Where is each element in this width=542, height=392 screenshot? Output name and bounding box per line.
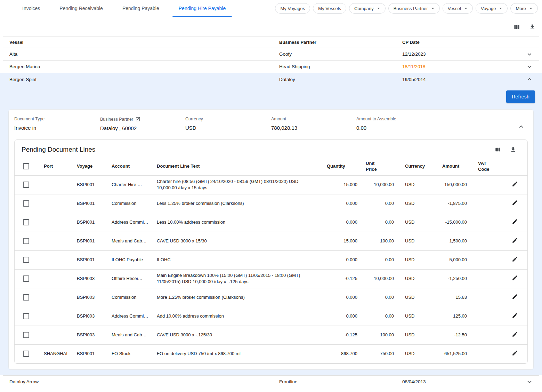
- col-quantity: Quantity: [323, 157, 362, 175]
- line-currency: USD: [398, 307, 438, 326]
- tab-invoices[interactable]: Invoices: [13, 0, 50, 17]
- collapse-card-icon[interactable]: [517, 123, 525, 130]
- filter-voyage[interactable]: Voyage: [476, 3, 508, 14]
- col-document-line-text: Document Line Text: [153, 157, 323, 175]
- vessel-row-dataloy-arrow[interactable]: Dataloy Arrow Frontline 08/04/2013: [3, 376, 539, 388]
- line-voyage: BSPI003: [73, 307, 107, 326]
- document-line-row[interactable]: BSPI001 Commission Less 1.25% broker com…: [15, 194, 527, 213]
- columns-icon[interactable]: [513, 24, 520, 30]
- edit-icon[interactable]: [512, 331, 518, 337]
- select-all-checkbox[interactable]: [23, 163, 29, 169]
- document-line-row[interactable]: BSPI001 Address Commi… Less 10.00% addre…: [15, 213, 527, 232]
- edit-icon[interactable]: [512, 256, 518, 262]
- line-voyage: BSPI001: [73, 232, 107, 250]
- tab-pending-payable[interactable]: Pending Payable: [113, 0, 169, 17]
- line-account: FO Stock: [107, 344, 153, 363]
- tab-pending-receivable[interactable]: Pending Receivable: [50, 0, 113, 17]
- line-vat-code: [471, 175, 502, 194]
- field-label: Currency: [185, 117, 271, 121]
- col-cp-date: CP Date: [402, 40, 520, 45]
- line-unit-price: 0.00: [362, 250, 398, 269]
- filter-company[interactable]: Company: [349, 3, 386, 14]
- line-currency: USD: [398, 213, 438, 232]
- table-toolbar: [0, 17, 542, 37]
- edit-icon[interactable]: [512, 275, 518, 281]
- vessel-row-bergen-spirit[interactable]: Bergen Spirit Dataloy 19/05/2014: [3, 73, 539, 86]
- line-quantity: 868.700: [323, 344, 362, 363]
- col-vat-code: VAT Code: [471, 157, 502, 175]
- vessel-row-bergen-marina[interactable]: Bergen Marina Head Shipping 18/11/2018: [3, 61, 539, 73]
- tab-pending-hire-payable[interactable]: Pending Hire Payable: [169, 0, 235, 17]
- download-icon[interactable]: [510, 146, 516, 153]
- line-quantity: 0.000: [323, 194, 362, 213]
- expand-row-icon[interactable]: [520, 378, 539, 386]
- row-checkbox[interactable]: [23, 351, 29, 357]
- row-checkbox[interactable]: [23, 313, 29, 319]
- open-in-new-icon[interactable]: [135, 117, 140, 122]
- filter-my-vessels[interactable]: My Vessels: [313, 3, 346, 14]
- field-value: 780,028.13: [271, 125, 356, 131]
- document-line-row[interactable]: BSPI003 Commission More 1.25% broker com…: [15, 288, 527, 307]
- document-line-row[interactable]: BSPI001 Meals and Cab… C/V/E USD 3000 x …: [15, 232, 527, 250]
- line-account: Meals and Cab…: [107, 232, 153, 250]
- line-amount: -1,875.00: [438, 194, 471, 213]
- document-line-row[interactable]: BSPI001 Charter Hire … Charter hire (08:…: [15, 175, 527, 194]
- line-account: Offhire Recei…: [107, 269, 153, 288]
- edit-icon[interactable]: [512, 312, 518, 319]
- line-vat-code: [471, 344, 502, 363]
- edit-icon[interactable]: [512, 218, 518, 225]
- refresh-button[interactable]: Refresh: [506, 90, 535, 103]
- line-unit-price: 0.00: [362, 288, 398, 307]
- columns-icon[interactable]: [495, 146, 501, 153]
- line-text: Less 1.25% broker commission (Clarksons): [153, 194, 323, 213]
- collapse-row-icon[interactable]: [520, 75, 539, 83]
- filter-vessel[interactable]: Vessel: [443, 3, 473, 14]
- edit-icon[interactable]: [512, 294, 518, 300]
- row-checkbox[interactable]: [23, 275, 29, 282]
- filter-more[interactable]: More: [510, 3, 538, 14]
- line-vat-code: [471, 307, 502, 326]
- line-quantity: 15.000: [323, 232, 362, 250]
- edit-icon[interactable]: [512, 350, 518, 356]
- field-business-partner: Business Partner Dataloy , 60002: [100, 117, 185, 131]
- row-checkbox[interactable]: [23, 182, 29, 188]
- vessel-table: Vessel Business Partner CP Date Alta Goo…: [3, 37, 539, 73]
- expand-row-icon[interactable]: [520, 63, 539, 71]
- filter-business-partner[interactable]: Business Partner: [388, 3, 440, 14]
- row-checkbox[interactable]: [23, 257, 29, 263]
- row-checkbox[interactable]: [23, 219, 29, 225]
- filter-my-voyages[interactable]: My Voyages: [275, 3, 310, 14]
- line-unit-price: 10,000.00: [362, 175, 398, 194]
- line-currency: USD: [398, 344, 438, 363]
- line-text: ILOHC: [153, 250, 323, 269]
- edit-icon[interactable]: [512, 181, 518, 187]
- row-checkbox[interactable]: [23, 200, 29, 207]
- expand-row-icon[interactable]: [520, 50, 539, 58]
- download-icon[interactable]: [529, 24, 536, 30]
- line-account: Address Commi…: [107, 213, 153, 232]
- edit-icon[interactable]: [512, 237, 518, 243]
- document-line-row[interactable]: BSPI003 Meals and Cab… C/V/E USD 3000 x …: [15, 326, 527, 344]
- chip-label: Company: [354, 6, 374, 11]
- row-checkbox[interactable]: [23, 332, 29, 338]
- line-port: [40, 175, 73, 194]
- line-quantity: 0.000: [323, 288, 362, 307]
- vessel-row-alta[interactable]: Alta Goofy 12/12/2023: [3, 48, 539, 61]
- line-amount: -12.50: [438, 326, 471, 344]
- pending-lines-title: Pending Document Lines: [22, 146, 95, 153]
- document-line-row[interactable]: BSPI001 ILOHC Payable ILOHC 0.000 0.00 U…: [15, 250, 527, 269]
- edit-icon[interactable]: [512, 200, 518, 206]
- field-label: Amount: [271, 117, 356, 121]
- line-amount: 15.63: [438, 288, 471, 307]
- field-amount-to-assemble: Amount to Assemble 0.00: [356, 117, 528, 131]
- top-bar: Invoices Pending Receivable Pending Paya…: [0, 0, 542, 17]
- caret-down-icon: [430, 5, 436, 11]
- row-checkbox[interactable]: [23, 294, 29, 301]
- document-line-row[interactable]: BSPI003 Offhire Recei… Main Engine Break…: [15, 269, 527, 288]
- line-port: [40, 288, 73, 307]
- document-line-row[interactable]: BSPI003 Address Commi… Add 10.00% addres…: [15, 307, 527, 326]
- row-checkbox[interactable]: [23, 238, 29, 244]
- line-voyage: BSPI003: [73, 288, 107, 307]
- chip-label: My Vessels: [318, 6, 341, 11]
- document-line-row[interactable]: SHANGHAI BSPI001 FO Stock FO on delivery…: [15, 344, 527, 363]
